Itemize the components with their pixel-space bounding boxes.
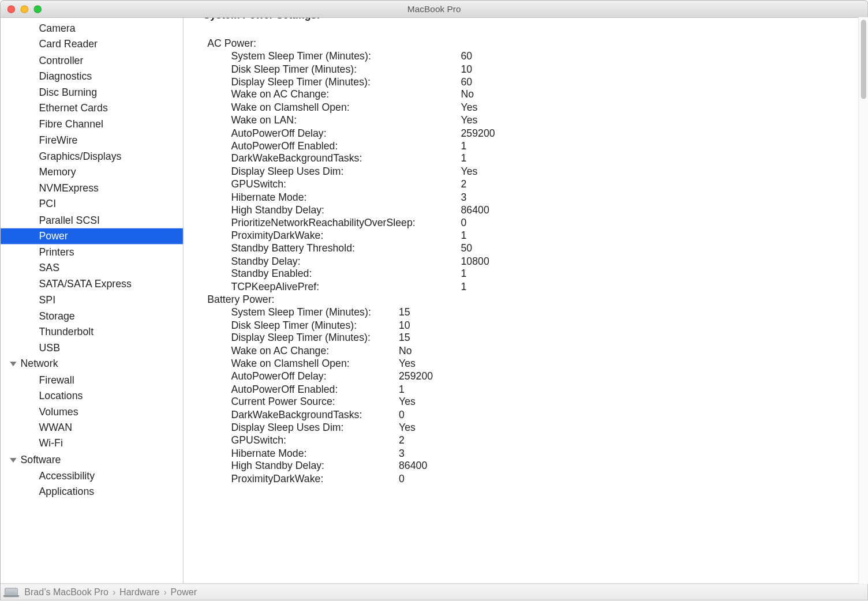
battery-power-header: Battery Power: xyxy=(203,293,854,306)
macbook-icon xyxy=(5,588,18,596)
sidebar-item-diagnostics[interactable]: Diagnostics xyxy=(1,69,183,85)
path-power[interactable]: Power xyxy=(171,587,197,597)
kv-key: Display Sleep Uses Dim: xyxy=(203,421,399,434)
kv-key: Wake on Clamshell Open: xyxy=(203,357,399,370)
kv-value: 10 xyxy=(461,62,473,75)
path-bar: Brad’s MacBook Pro › Hardware › Power xyxy=(1,583,867,600)
sidebar-header-network[interactable]: Network xyxy=(1,356,183,372)
window-titlebar[interactable]: MacBook Pro xyxy=(1,1,867,18)
kv-value: 259200 xyxy=(399,370,433,382)
scrollbar-thumb[interactable] xyxy=(861,20,866,99)
kv-value: Yes xyxy=(461,101,478,114)
path-hardware[interactable]: Hardware xyxy=(119,587,159,597)
sidebar[interactable]: BluetoothCameraCard ReaderControllerDiag… xyxy=(1,18,184,583)
sidebar-item-applications[interactable]: Applications xyxy=(1,484,183,500)
sidebar-item-ethernet-cards[interactable]: Ethernet Cards xyxy=(1,100,183,117)
kv-key: Display Sleep Timer (Minutes): xyxy=(203,331,399,344)
disclosure-triangle-icon[interactable] xyxy=(10,362,16,366)
chevron-right-icon: › xyxy=(113,587,115,597)
kv-row: Standby Delay:10800 xyxy=(203,254,854,267)
close-window-button[interactable] xyxy=(8,5,16,13)
kv-row: TCPKeepAlivePref:1 xyxy=(203,280,854,293)
detail-pane: System Power Settings: AC Power:System S… xyxy=(184,18,867,583)
sidebar-item-pci[interactable]: PCI xyxy=(1,196,183,212)
kv-value: 0 xyxy=(399,472,405,485)
sidebar-item-printers[interactable]: Printers xyxy=(1,244,183,260)
kv-row: GPUSwitch:2 xyxy=(203,434,854,446)
kv-row: Disk Sleep Timer (Minutes):10 xyxy=(203,318,854,331)
sidebar-item-fibre-channel[interactable]: Fibre Channel xyxy=(1,117,183,133)
kv-value: 1 xyxy=(461,280,467,293)
kv-row: Display Sleep Uses Dim:Yes xyxy=(203,421,854,434)
section-heading: System Power Settings: xyxy=(203,18,854,24)
kv-row: ProximityDarkWake:1 xyxy=(203,229,854,242)
kv-value: 10800 xyxy=(461,254,489,267)
sidebar-item-camera[interactable]: Camera xyxy=(1,21,183,37)
kv-value: 259200 xyxy=(461,126,495,139)
kv-value: Yes xyxy=(399,395,416,408)
sidebar-item-spi[interactable]: SPI xyxy=(1,292,183,308)
kv-key: Display Sleep Uses Dim: xyxy=(203,165,461,178)
kv-key: Hibernate Mode: xyxy=(203,446,399,459)
sidebar-item-locations[interactable]: Locations xyxy=(1,388,183,404)
kv-row: PrioritizeNetworkReachabilityOverSleep:0 xyxy=(203,216,854,229)
kv-row: DarkWakeBackgroundTasks:0 xyxy=(203,408,854,421)
system-information-window: MacBook Pro BluetoothCameraCard ReaderCo… xyxy=(0,0,868,600)
kv-key: Wake on AC Change: xyxy=(203,88,461,101)
sidebar-item-thunderbolt[interactable]: Thunderbolt xyxy=(1,324,183,340)
sidebar-item-controller[interactable]: Controller xyxy=(1,52,183,69)
kv-row: High Standby Delay:86400 xyxy=(203,459,854,472)
sidebar-item-sata-sata-express[interactable]: SATA/SATA Express xyxy=(1,276,183,292)
kv-row: AutoPowerOff Enabled:1 xyxy=(203,139,854,152)
kv-value: 1 xyxy=(461,267,467,280)
kv-row: Display Sleep Timer (Minutes):15 xyxy=(203,331,854,344)
kv-value: Yes xyxy=(461,114,478,126)
kv-value: 15 xyxy=(399,306,410,318)
sidebar-item-nvmexpress[interactable]: NVMExpress xyxy=(1,181,183,197)
sidebar-item-graphics-displays[interactable]: Graphics/Displays xyxy=(1,148,183,164)
kv-row: Standby Battery Threshold:50 xyxy=(203,242,854,254)
kv-key: High Standby Delay: xyxy=(203,459,399,472)
sidebar-item-accessibility[interactable]: Accessibility xyxy=(1,468,183,484)
kv-key: Disk Sleep Timer (Minutes): xyxy=(203,318,399,331)
kv-row: Hibernate Mode:3 xyxy=(203,190,854,203)
zoom-window-button[interactable] xyxy=(33,5,42,13)
sidebar-item-sas[interactable]: SAS xyxy=(1,260,183,276)
kv-value: No xyxy=(399,344,412,357)
kv-key: DarkWakeBackgroundTasks: xyxy=(203,152,461,165)
kv-value: Yes xyxy=(399,421,416,434)
sidebar-item-power[interactable]: Power xyxy=(1,228,183,245)
sidebar-item-parallel-scsi[interactable]: Parallel SCSI xyxy=(1,212,183,228)
kv-key: System Sleep Timer (Minutes): xyxy=(203,306,399,318)
kv-key: High Standby Delay: xyxy=(203,203,461,216)
sidebar-item-memory[interactable]: Memory xyxy=(1,164,183,181)
kv-row: System Sleep Timer (Minutes):60 xyxy=(203,50,854,62)
sidebar-header-software[interactable]: Software xyxy=(1,452,183,468)
kv-key: Wake on Clamshell Open: xyxy=(203,101,461,114)
kv-key: Wake on LAN: xyxy=(203,114,461,126)
kv-row: Wake on AC Change:No xyxy=(203,344,854,357)
sidebar-item-wwan[interactable]: WWAN xyxy=(1,420,183,436)
vertical-scrollbar[interactable] xyxy=(858,17,868,584)
sidebar-item-card-reader[interactable]: Card Reader xyxy=(1,36,183,52)
kv-key: Current Power Source: xyxy=(203,395,399,408)
kv-row: System Sleep Timer (Minutes):15 xyxy=(203,306,854,318)
sidebar-item-volumes[interactable]: Volumes xyxy=(1,404,183,420)
kv-row: AutoPowerOff Delay:259200 xyxy=(203,126,854,139)
kv-key: TCPKeepAlivePref: xyxy=(203,280,461,293)
kv-value: 3 xyxy=(461,190,467,203)
minimize-window-button[interactable] xyxy=(20,5,28,13)
kv-row: Display Sleep Timer (Minutes):60 xyxy=(203,75,854,88)
sidebar-item-storage[interactable]: Storage xyxy=(1,308,183,324)
sidebar-item-wi-fi[interactable]: Wi-Fi xyxy=(1,436,183,452)
kv-key: GPUSwitch: xyxy=(203,434,399,446)
disclosure-triangle-icon[interactable] xyxy=(10,458,16,463)
kv-row: Display Sleep Uses Dim:Yes xyxy=(203,165,854,178)
sidebar-item-usb[interactable]: USB xyxy=(1,340,183,356)
sidebar-item-firewall[interactable]: Firewall xyxy=(1,372,183,388)
kv-value: 86400 xyxy=(399,459,427,472)
kv-key: PrioritizeNetworkReachabilityOverSleep: xyxy=(203,216,461,229)
path-device[interactable]: Brad’s MacBook Pro xyxy=(24,587,108,597)
sidebar-item-firewire[interactable]: FireWire xyxy=(1,133,183,149)
sidebar-item-disc-burning[interactable]: Disc Burning xyxy=(1,84,183,100)
